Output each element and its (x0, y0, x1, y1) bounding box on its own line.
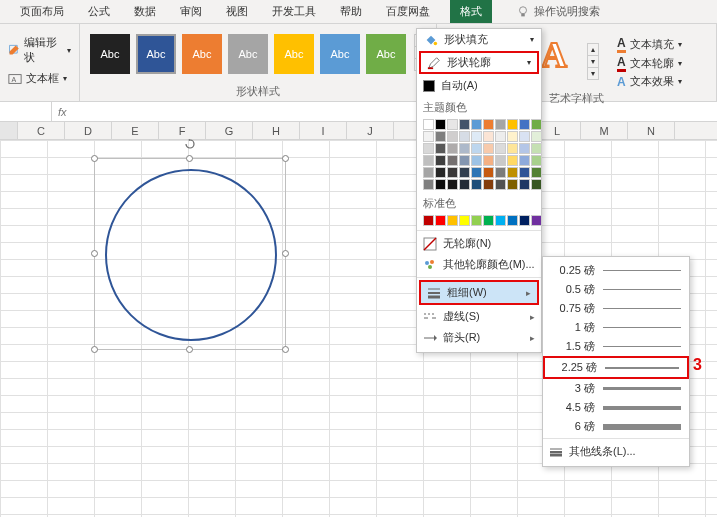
color-swatch[interactable] (507, 155, 518, 166)
color-swatch[interactable] (519, 215, 530, 226)
textbox-button[interactable]: A 文本框 ▾ (6, 70, 73, 87)
tab-formula[interactable]: 公式 (84, 0, 114, 23)
shape-selection[interactable] (94, 158, 286, 350)
color-swatch[interactable] (495, 155, 506, 166)
wa-gallery-up-icon[interactable]: ▴ (588, 44, 598, 56)
color-swatch[interactable] (519, 155, 530, 166)
wordart-preset-3[interactable]: A (541, 34, 567, 76)
color-swatch[interactable] (507, 143, 518, 154)
color-swatch[interactable] (447, 155, 458, 166)
col-G[interactable]: G (206, 122, 253, 139)
tab-help[interactable]: 帮助 (336, 0, 366, 23)
arrows-item[interactable]: 箭头(R) (417, 327, 541, 348)
tab-view[interactable]: 视图 (222, 0, 252, 23)
weight-option[interactable]: 4.5 磅 (543, 398, 689, 417)
color-swatch[interactable] (519, 131, 530, 142)
color-swatch[interactable] (459, 167, 470, 178)
shape-styles-gallery[interactable]: Abc Abc Abc Abc Abc Abc Abc ▴ ▾ ▾ (86, 28, 430, 74)
color-swatch[interactable] (519, 143, 530, 154)
weight-option[interactable]: 1.5 磅 (543, 337, 689, 356)
col-J[interactable]: J (347, 122, 394, 139)
color-swatch[interactable] (435, 215, 446, 226)
style-preset-7[interactable]: Abc (366, 34, 406, 74)
color-swatch[interactable] (459, 119, 470, 130)
wa-gallery-more-icon[interactable]: ▾ (588, 68, 598, 79)
text-effects-button[interactable]: A文本效果 ▾ (617, 74, 682, 89)
color-swatch[interactable] (471, 167, 482, 178)
style-preset-3[interactable]: Abc (182, 34, 222, 74)
style-preset-6[interactable]: Abc (320, 34, 360, 74)
handle-r[interactable] (282, 250, 289, 257)
color-swatch[interactable] (423, 119, 434, 130)
color-swatch[interactable] (519, 119, 530, 130)
color-swatch[interactable] (459, 215, 470, 226)
color-swatch[interactable] (495, 131, 506, 142)
color-swatch[interactable] (519, 179, 530, 190)
weight-option[interactable]: 6 磅 (543, 417, 689, 436)
weight-option[interactable]: 0.5 磅 (543, 280, 689, 299)
handle-tl[interactable] (91, 155, 98, 162)
col-I[interactable]: I (300, 122, 347, 139)
color-swatch[interactable] (435, 131, 446, 142)
color-swatch[interactable] (435, 143, 446, 154)
color-swatch[interactable] (483, 143, 494, 154)
handle-br[interactable] (282, 346, 289, 353)
color-swatch[interactable] (471, 155, 482, 166)
color-swatch[interactable] (471, 119, 482, 130)
color-swatch[interactable] (531, 131, 542, 142)
color-swatch[interactable] (447, 179, 458, 190)
color-swatch[interactable] (435, 155, 446, 166)
dashes-item[interactable]: 虚线(S) (417, 306, 541, 327)
automatic-color[interactable]: 自动(A) (417, 75, 541, 96)
handle-bl[interactable] (91, 346, 98, 353)
color-swatch[interactable] (459, 131, 470, 142)
circle-shape[interactable] (105, 169, 277, 341)
color-swatch[interactable] (531, 167, 542, 178)
style-preset-5[interactable]: Abc (274, 34, 314, 74)
color-swatch[interactable] (531, 119, 542, 130)
color-swatch[interactable] (531, 179, 542, 190)
handle-l[interactable] (91, 250, 98, 257)
color-swatch[interactable] (495, 119, 506, 130)
color-swatch[interactable] (471, 179, 482, 190)
color-swatch[interactable] (507, 119, 518, 130)
more-colors-item[interactable]: 其他轮廓颜色(M)... (417, 254, 541, 275)
name-box[interactable] (0, 102, 52, 121)
color-swatch[interactable] (423, 131, 434, 142)
color-swatch[interactable] (483, 155, 494, 166)
weight-option[interactable]: 2.25 磅 (543, 356, 689, 379)
color-swatch[interactable] (447, 167, 458, 178)
color-swatch[interactable] (495, 167, 506, 178)
shape-fill-button[interactable]: 形状填充▾ (417, 29, 541, 50)
more-lines-item[interactable]: 其他线条(L)... (543, 441, 689, 462)
color-swatch[interactable] (483, 179, 494, 190)
color-swatch[interactable] (447, 119, 458, 130)
weight-option[interactable]: 0.75 磅 (543, 299, 689, 318)
color-swatch[interactable] (471, 131, 482, 142)
color-swatch[interactable] (447, 143, 458, 154)
style-preset-4[interactable]: Abc (228, 34, 268, 74)
color-swatch[interactable] (507, 131, 518, 142)
handle-tr[interactable] (282, 155, 289, 162)
color-swatch[interactable] (459, 143, 470, 154)
shape-outline-button[interactable]: 形状轮廓▾ (419, 51, 539, 74)
color-swatch[interactable] (507, 167, 518, 178)
rotate-handle-icon[interactable] (185, 139, 195, 149)
color-swatch[interactable] (447, 131, 458, 142)
color-swatch[interactable] (459, 155, 470, 166)
color-swatch[interactable] (483, 167, 494, 178)
weight-item[interactable]: 粗细(W) (419, 280, 539, 305)
col-E[interactable]: E (112, 122, 159, 139)
edit-shape-button[interactable]: 编辑形状 ▾ (6, 34, 73, 66)
color-swatch[interactable] (423, 215, 434, 226)
col-H[interactable]: H (253, 122, 300, 139)
color-swatch[interactable] (483, 131, 494, 142)
style-preset-2[interactable]: Abc (136, 34, 176, 74)
color-swatch[interactable] (531, 215, 542, 226)
color-swatch[interactable] (435, 167, 446, 178)
tab-pagelayout[interactable]: 页面布局 (16, 0, 68, 23)
color-swatch[interactable] (423, 143, 434, 154)
no-outline-item[interactable]: 无轮廓(N) (417, 233, 541, 254)
select-all-cell[interactable] (0, 122, 18, 139)
color-swatch[interactable] (531, 155, 542, 166)
